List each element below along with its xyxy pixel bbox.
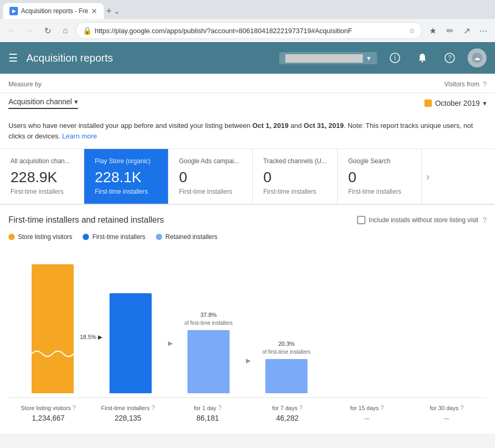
pen-button[interactable]: ✏	[442, 23, 457, 38]
new-tab-button[interactable]: +	[106, 3, 112, 19]
toolbar-actions: ★ ✏ ↗ ⋯	[425, 23, 491, 38]
bar-group-15days	[331, 251, 398, 393]
card-google-search-subtitle: First-time installers	[348, 188, 411, 195]
stat-1day-help[interactable]: ?	[218, 404, 222, 412]
tab-title: Acquisition reports - Fre	[21, 7, 88, 15]
filter-bar: Acquisition channel ▾ October 2019 ▾	[0, 93, 495, 115]
bell-icon	[417, 53, 428, 63]
stat-store-visitors-label-text: Store listing visitors	[21, 405, 71, 411]
tab-close-button[interactable]: ✕	[91, 7, 97, 15]
legend-store-visitors: Store listing visitors	[8, 233, 72, 241]
stat-1day-label: for 1 day ?	[168, 404, 247, 412]
stat-30days: for 30 days ? –	[407, 404, 487, 423]
card-play-store[interactable]: Play Store (organic) 228.1K First-time i…	[84, 149, 169, 204]
help-icon: ?	[444, 53, 455, 63]
info-date-start: Oct 1, 2019	[252, 122, 289, 130]
app-header: ☰ Acquisition reports ████████████████ ▾…	[0, 42, 495, 74]
bar-7days	[265, 359, 308, 393]
stat-store-visitors-label: Store listing visitors ?	[8, 404, 88, 412]
menu-button[interactable]: ☰	[8, 52, 18, 64]
bookmark-button[interactable]: ★	[425, 23, 440, 38]
card-all-channels-value: 228.9K	[11, 169, 73, 186]
card-all-channels[interactable]: All acquisition chan... 228.9K First-tim…	[0, 149, 84, 204]
card-google-ads-title: Google Ads campai...	[179, 157, 242, 165]
address-bar[interactable]: 🔒 https://play.google.com/apps/publish/?…	[76, 22, 422, 39]
cards-nav-right[interactable]: ›	[422, 149, 434, 204]
bar-group-store-visitors: 18.5% ▶	[19, 251, 86, 393]
include-installs-label: Include installs without store listing v…	[369, 216, 478, 224]
channel-dropdown-arrow: ▾	[74, 97, 78, 106]
stat-store-visitors-help[interactable]: ?	[72, 404, 76, 412]
legend-store-visitors-dot	[8, 234, 15, 240]
date-dropdown-arrow: ▾	[483, 99, 487, 107]
url-text: https://play.google.com/apps/publish/?ac…	[95, 27, 405, 35]
back-button[interactable]: ←	[4, 23, 19, 38]
arrow-icon-first-time: ▶	[168, 340, 173, 347]
stat-30days-label: for 30 days ?	[407, 404, 487, 412]
bar-group-30days	[409, 251, 476, 393]
content-area: Measure by Visitors from ? Acquisition c…	[0, 74, 495, 434]
app-selector[interactable]: ████████████████ ▾	[279, 52, 377, 64]
measure-bar: Measure by Visitors from ?	[0, 74, 495, 93]
more-button[interactable]: ⋯	[476, 23, 491, 38]
learn-more-link[interactable]: Learn more	[62, 132, 97, 140]
forward-button[interactable]: →	[22, 23, 37, 38]
bar-group-7days: 20.3% of first-time installers	[253, 251, 320, 393]
channel-select-text: Acquisition channel	[8, 97, 72, 106]
card-google-ads-value: 0	[179, 169, 242, 186]
tab-list-button[interactable]: ⌄	[114, 3, 120, 19]
svg-text:?: ?	[448, 54, 452, 62]
label-top-1day: 37.8%	[200, 312, 216, 318]
visitors-from: Visitors from ?	[444, 80, 487, 88]
avatar[interactable]: ☁	[468, 48, 487, 67]
chart-legend: Store listing visitors First-time instal…	[8, 233, 487, 241]
bar-1day	[187, 330, 230, 393]
stats-row: Store listing visitors ? 1,234,667 First…	[8, 397, 487, 423]
stat-store-visitors-value: 1,234,667	[8, 414, 88, 422]
app-selector-arrow: ▾	[367, 54, 371, 62]
channel-selector[interactable]: Acquisition channel ▾	[8, 97, 78, 109]
toolbar: ← → ↻ ⌂ 🔒 https://play.google.com/apps/p…	[0, 19, 495, 42]
arrow-icon-1day: ▶	[246, 357, 251, 364]
tab-favicon: ▶	[9, 7, 18, 15]
card-all-channels-title: All acquisition chan...	[11, 157, 73, 165]
stat-30days-help[interactable]: ?	[460, 404, 464, 412]
chart-options: Include installs without store listing v…	[357, 216, 487, 224]
chart-section: First-time installers and retained insta…	[0, 205, 495, 434]
card-google-search[interactable]: Google Search 0 First-time installers	[338, 149, 422, 204]
stat-7days-label-text: for 7 days	[272, 405, 298, 411]
stat-7days-label: for 7 days ?	[247, 404, 327, 412]
lock-icon: 🔒	[83, 26, 92, 35]
stat-7days-value: 46,282	[247, 414, 327, 422]
legend-retained-label: Retained installers	[165, 233, 217, 241]
stat-7days-help[interactable]: ?	[299, 404, 303, 412]
include-installs-checkbox[interactable]	[357, 216, 365, 224]
stat-store-visitors: Store listing visitors ? 1,234,667	[8, 404, 88, 423]
help-button[interactable]: ?	[440, 48, 459, 67]
visitors-from-help-icon[interactable]: ?	[482, 80, 487, 88]
stat-1day: for 1 day ? 86,181	[168, 404, 247, 423]
card-google-ads[interactable]: Google Ads campai... 0 First-time instal…	[169, 149, 253, 204]
svg-point-2	[422, 61, 423, 63]
notifications-button[interactable]	[413, 48, 432, 67]
info-button[interactable]: i	[385, 48, 404, 67]
home-button[interactable]: ⌂	[58, 23, 73, 38]
card-tracked-channels[interactable]: Tracked channels (U... 0 First-time inst…	[253, 149, 338, 204]
include-installs-checkbox-label[interactable]: Include installs without store listing v…	[357, 216, 478, 224]
stat-first-time-help[interactable]: ?	[151, 404, 155, 412]
include-installs-help-icon[interactable]: ?	[482, 216, 487, 224]
legend-retained-dot	[156, 234, 162, 240]
star-icon[interactable]: ☆	[409, 26, 415, 35]
stat-first-time: First-time installers ? 228,135	[88, 404, 167, 423]
svg-text:☁: ☁	[474, 54, 480, 62]
cards-row: All acquisition chan... 228.9K First-tim…	[0, 149, 495, 204]
share-button[interactable]: ↗	[459, 23, 474, 38]
active-tab[interactable]: ▶ Acquisition reports - Fre ✕	[3, 3, 104, 19]
stat-15days-help[interactable]: ?	[380, 404, 384, 412]
stat-1day-label-text: for 1 day	[194, 405, 216, 411]
stat-first-time-value: 228,135	[88, 414, 167, 422]
refresh-button[interactable]: ↻	[40, 23, 55, 38]
avatar-icon: ☁	[471, 52, 483, 64]
label-sub-1day: of first-time installers	[184, 320, 233, 326]
date-selector[interactable]: October 2019 ▾	[424, 99, 487, 107]
